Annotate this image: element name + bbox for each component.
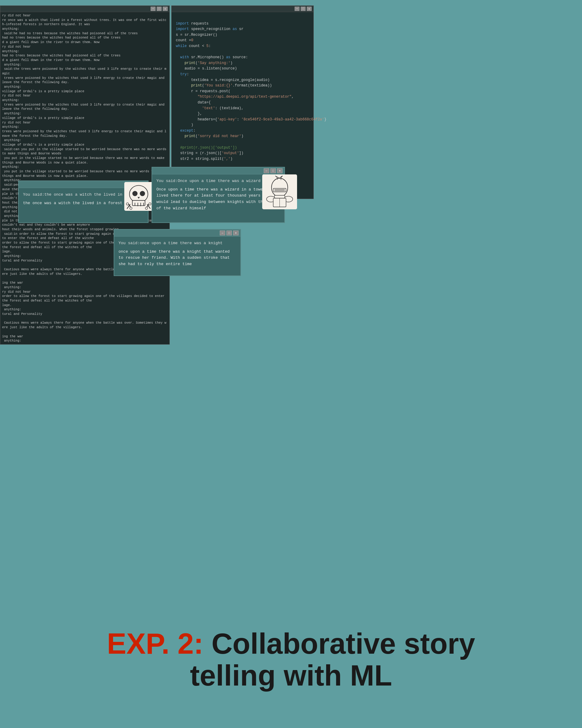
code-close-btn[interactable]: ✕ xyxy=(307,7,312,11)
svg-point-16 xyxy=(145,207,148,210)
svg-point-8 xyxy=(140,191,145,196)
chat-titlebar-knight: — □ ✕ xyxy=(114,230,240,237)
chat-said-wizard: You said:Once upon a time there was a wi… xyxy=(157,178,280,184)
svg-rect-2 xyxy=(133,201,145,206)
chat-content-knight: You said:once upon a time there was a kn… xyxy=(114,237,240,271)
svg-rect-22 xyxy=(274,196,285,199)
chat-maximize-btn-2[interactable]: □ xyxy=(270,168,276,173)
code-titlebar: — □ ✕ xyxy=(172,6,313,12)
title-highlight: EXP. 2: xyxy=(107,627,203,660)
title-rest: Collaborative storytelling with ML xyxy=(190,627,475,692)
code-minimize-btn[interactable]: — xyxy=(295,7,300,11)
terminal-maximize-btn[interactable]: □ xyxy=(157,7,162,11)
svg-point-7 xyxy=(133,191,138,196)
chat-window-knight: — □ ✕ You said:once upon a time there wa… xyxy=(114,229,241,276)
terminal-titlebar: — □ ✕ xyxy=(0,6,169,12)
code-maximize-btn[interactable]: □ xyxy=(301,7,306,11)
chat-close-btn-2[interactable]: ✕ xyxy=(277,168,282,173)
bottom-title-section: EXP. 2: Collaborative storytelling with … xyxy=(0,628,582,692)
svg-point-11 xyxy=(127,203,129,205)
terminal-minimize-btn[interactable]: — xyxy=(151,7,156,11)
chat-said-knight: You said:once upon a time there was a kn… xyxy=(118,240,236,246)
terminal-window: — □ ✕ ry did not hear re once was a witc… xyxy=(0,5,170,345)
chat-titlebar-wizard: — □ ✕ xyxy=(152,167,284,175)
skull-icon xyxy=(124,182,153,211)
svg-point-18 xyxy=(272,178,288,197)
svg-point-12 xyxy=(130,207,132,210)
terminal-close-btn[interactable]: ✕ xyxy=(163,7,168,11)
chat-response-knight: once upon a time there was a knight that… xyxy=(118,249,236,267)
chat-minimize-btn-3[interactable]: — xyxy=(220,231,225,235)
terminal-content: ry did not hear re once was a witch that… xyxy=(0,12,169,344)
svg-rect-19 xyxy=(273,188,286,192)
page-title: EXP. 2: Collaborative storytelling with … xyxy=(0,628,582,692)
chat-response-wizard: Once upon a time there was a wizard in a… xyxy=(157,186,280,212)
chat-close-btn-3[interactable]: ✕ xyxy=(233,231,239,235)
knight-icon xyxy=(262,175,297,209)
chat-maximize-btn-3[interactable]: □ xyxy=(226,231,232,235)
svg-point-15 xyxy=(149,203,151,205)
chat-minimize-btn-2[interactable]: — xyxy=(264,168,269,173)
